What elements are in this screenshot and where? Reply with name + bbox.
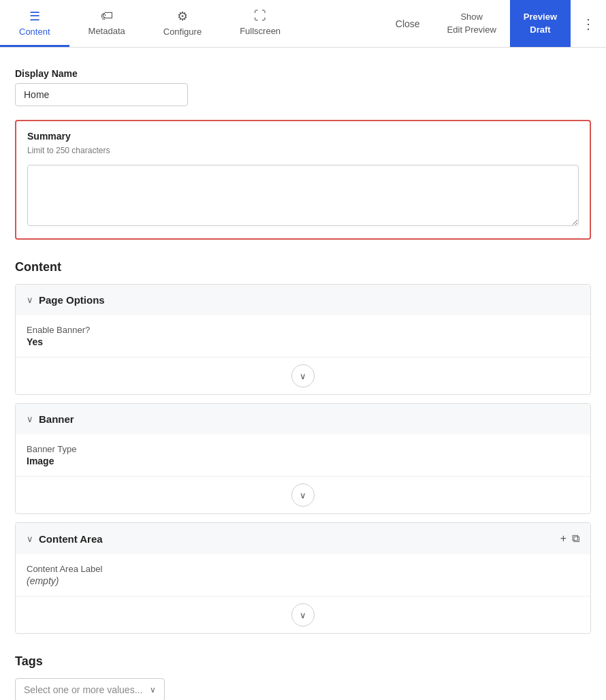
close-button[interactable]: Close	[382, 18, 434, 29]
preview-draft-button[interactable]: Preview Draft	[510, 0, 571, 47]
page-options-expand-icon: ∨	[300, 371, 306, 381]
content-area-body: Content Area Label (empty)	[16, 554, 590, 586]
content-area-label-value: (empty)	[27, 575, 579, 586]
content-area-add-button[interactable]: +	[560, 532, 567, 545]
page-options-body: Enable Banner? Yes	[16, 315, 590, 347]
show-edit-preview-line2: Edit Preview	[447, 24, 496, 36]
tab-metadata-label: Metadata	[89, 26, 125, 36]
banner-type-value: Image	[27, 456, 579, 466]
page-options-expand-button[interactable]: ∨	[291, 364, 315, 387]
page-options-chevron-icon: ∨	[27, 295, 33, 305]
enable-banner-value: Yes	[27, 336, 579, 347]
tags-select-placeholder: Select one or more values...	[24, 684, 142, 695]
banner-type-label: Banner Type	[27, 444, 579, 454]
tab-fullscreen[interactable]: ⛶ Fullscreen	[221, 0, 300, 47]
tab-fullscreen-label: Fullscreen	[240, 26, 281, 36]
page-options-header[interactable]: ∨ Page Options	[16, 285, 590, 315]
main-content: Display Name Summary Limit to 250 charac…	[0, 48, 606, 700]
tab-content[interactable]: ☰ Content	[0, 0, 69, 47]
summary-label: Summary	[27, 131, 579, 142]
tab-configure-label: Configure	[163, 27, 202, 37]
preview-draft-line2: Draft	[530, 24, 550, 36]
content-icon: ☰	[29, 9, 40, 24]
metadata-icon: 🏷	[101, 9, 113, 23]
display-name-label: Display Name	[15, 68, 591, 79]
tab-content-label: Content	[19, 27, 50, 37]
banner-body: Banner Type Image	[16, 434, 590, 466]
summary-sublabel: Limit to 250 characters	[27, 146, 579, 155]
preview-draft-line1: Preview	[524, 11, 557, 23]
banner-chevron-icon: ∨	[27, 414, 33, 424]
content-area-panel: ∨ Content Area + ⧉ Content Area Label (e…	[15, 522, 591, 634]
banner-header[interactable]: ∨ Banner	[16, 404, 590, 434]
more-options-icon: ⋮	[581, 16, 595, 32]
banner-expand-icon: ∨	[300, 490, 306, 500]
content-area-footer: ∨	[16, 596, 590, 633]
more-options-button[interactable]: ⋮	[571, 16, 606, 32]
display-name-field: Display Name	[15, 68, 591, 106]
content-area-expand-button[interactable]: ∨	[291, 603, 315, 626]
display-name-input[interactable]	[15, 83, 188, 106]
configure-icon: ⚙	[177, 9, 188, 24]
content-area-header-icons: + ⧉	[560, 532, 579, 545]
tab-metadata[interactable]: 🏷 Metadata	[69, 0, 144, 47]
summary-section: Summary Limit to 250 characters	[15, 120, 591, 240]
tags-select[interactable]: Select one or more values... ∨	[15, 678, 165, 700]
show-edit-preview-button[interactable]: Show Edit Preview	[434, 11, 510, 35]
show-edit-preview-line1: Show	[460, 11, 483, 23]
content-area-expand-icon: ∨	[300, 610, 306, 620]
fullscreen-icon: ⛶	[254, 9, 266, 23]
banner-title: Banner	[39, 413, 579, 425]
banner-footer: ∨	[16, 476, 590, 513]
banner-expand-button[interactable]: ∨	[291, 483, 315, 507]
content-area-header[interactable]: ∨ Content Area + ⧉	[16, 523, 590, 554]
enable-banner-label: Enable Banner?	[27, 325, 579, 335]
tab-configure[interactable]: ⚙ Configure	[144, 0, 221, 47]
banner-panel: ∨ Banner Banner Type Image ∨	[15, 403, 591, 514]
summary-textarea[interactable]	[27, 165, 579, 226]
content-section-title: Content	[15, 260, 591, 274]
content-area-label-label: Content Area Label	[27, 564, 579, 574]
top-nav: ☰ Content 🏷 Metadata ⚙ Configure ⛶ Fulls…	[0, 0, 606, 48]
content-area-copy-button[interactable]: ⧉	[572, 532, 579, 545]
content-area-title: Content Area	[39, 533, 555, 545]
page-options-footer: ∨	[16, 357, 590, 394]
page-options-panel: ∨ Page Options Enable Banner? Yes ∨	[15, 284, 591, 395]
tags-select-chevron-icon: ∨	[150, 685, 156, 695]
content-area-chevron-icon: ∨	[27, 534, 33, 544]
tags-section: Tags Select one or more values... ∨	[15, 654, 591, 700]
page-options-title: Page Options	[39, 294, 579, 306]
tags-title: Tags	[15, 654, 591, 669]
